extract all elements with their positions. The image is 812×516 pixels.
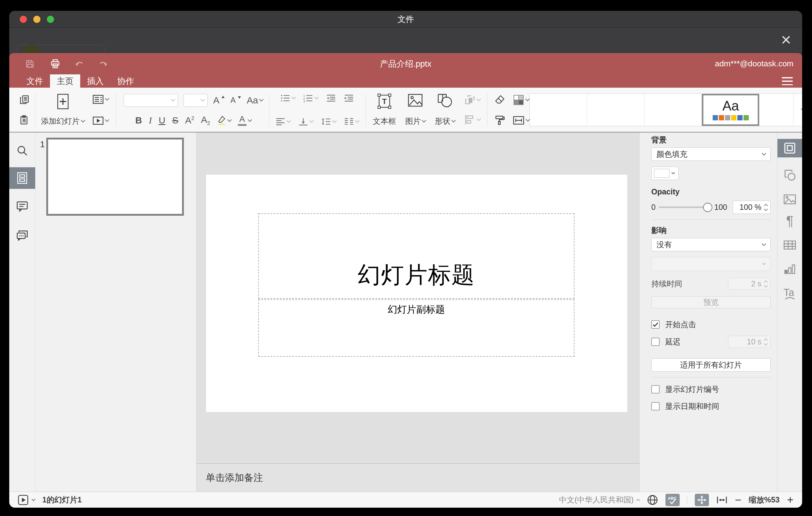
window-title: 文件 [9, 14, 802, 25]
search-icon[interactable] [9, 145, 35, 156]
tab-insert[interactable]: 插入 [80, 75, 111, 88]
slide-size-button[interactable] [513, 115, 529, 125]
background-fill-select[interactable]: 颜色填充 [651, 147, 771, 161]
menu-tab-row: 文件 主页 插入 协作 [9, 75, 802, 88]
decrease-indent-button[interactable] [326, 94, 336, 103]
font-name-select[interactable] [124, 94, 178, 107]
bold-button[interactable]: B [136, 116, 142, 125]
image-button[interactable]: 图片 [405, 116, 426, 126]
columns-button[interactable] [344, 117, 359, 126]
slide-canvas[interactable]: 幻灯片标题 幻灯片副标题 [197, 133, 639, 463]
opacity-spinner[interactable]: 100 % [733, 201, 771, 214]
shape-button[interactable]: 形状 [435, 116, 455, 126]
textbox-button[interactable]: 文本框 [373, 116, 396, 126]
textbox-icon[interactable]: T [377, 93, 392, 109]
delay-checkbox[interactable]: 延迟 [651, 337, 680, 347]
start-slideshow-status-button[interactable] [18, 495, 35, 505]
zoom-in-button[interactable]: + [787, 494, 793, 506]
theme-option-3[interactable] [644, 94, 702, 126]
decrease-font-button[interactable]: A [230, 96, 241, 104]
slide-settings-icon[interactable] [778, 139, 802, 157]
sidebar-item-comments[interactable] [9, 201, 35, 212]
superscript-button[interactable]: A2 [185, 116, 194, 125]
numbering-button[interactable]: 1 2 3 [303, 94, 318, 103]
editing-area: 幻灯片标题 幻灯片副标题 单击添加备注 [197, 133, 639, 492]
notes-area[interactable]: 单击添加备注 [197, 463, 639, 492]
shape-settings-icon[interactable] [778, 169, 802, 181]
slide-layout-button[interactable] [92, 94, 109, 104]
increase-indent-button[interactable] [344, 94, 354, 103]
fit-to-width-icon[interactable] [716, 495, 727, 505]
strikethrough-button[interactable]: S [172, 116, 178, 125]
sidebar-item-chat[interactable] [9, 230, 35, 241]
shape-icon[interactable] [437, 93, 453, 108]
fill-color-picker[interactable] [651, 167, 679, 180]
change-case-button[interactable]: Aa [247, 96, 263, 105]
align-shape-button[interactable] [464, 114, 480, 125]
set-language-icon[interactable] [647, 494, 658, 506]
bullets-button[interactable] [281, 94, 295, 103]
add-slide-button[interactable]: 添加幻灯片 [41, 116, 85, 126]
delay-spinner[interactable]: 10 s [728, 336, 771, 348]
font-color-button[interactable]: A [238, 115, 252, 126]
chart-settings-icon[interactable] [778, 263, 802, 275]
slide-1[interactable]: 幻灯片标题 幻灯片副标题 [206, 175, 627, 412]
increase-font-button[interactable]: A [213, 96, 225, 105]
tab-collaboration[interactable]: 协作 [111, 75, 141, 88]
textbox-group: T 文本框 [373, 93, 396, 126]
highlight-color-button[interactable] [217, 115, 231, 125]
show-date-time-checkbox[interactable]: 显示日期和时间 [651, 401, 771, 411]
copy-button[interactable] [19, 94, 30, 105]
theme-gallery-expand-button[interactable] [793, 94, 802, 126]
image-settings-icon[interactable] [778, 194, 802, 205]
title-placeholder[interactable]: 幻灯片标题 [258, 213, 575, 299]
language-selector[interactable]: 中文(中华人民共和国) [559, 495, 640, 505]
eraser-icon[interactable] [494, 94, 505, 104]
close-icon[interactable] [780, 34, 792, 46]
font-size-select[interactable] [183, 94, 208, 107]
fit-to-slide-icon[interactable] [695, 494, 709, 506]
image-icon[interactable] [408, 93, 423, 107]
effect-type-select[interactable] [651, 257, 771, 271]
spellcheck-icon[interactable]: ABC [665, 494, 680, 506]
svg-text:Ta: Ta [784, 287, 794, 298]
slide-thumbnail-1[interactable] [46, 138, 184, 216]
show-slide-number-checkbox[interactable]: 显示幻灯片编号 [651, 384, 771, 394]
preview-button[interactable]: 预览 [651, 296, 771, 308]
horizontal-align-button[interactable] [276, 117, 290, 126]
theme-option-selected[interactable]: Aa [702, 94, 759, 126]
tab-file[interactable]: 文件 [20, 75, 50, 88]
tab-home[interactable]: 主页 [50, 75, 80, 88]
copy-style-icon[interactable] [495, 115, 505, 125]
duration-spinner[interactable]: 2 s [728, 278, 771, 290]
text-art-settings-icon[interactable]: Ta [778, 287, 802, 301]
menu-icon[interactable] [782, 77, 793, 85]
slide-fill-button[interactable] [513, 94, 529, 106]
subscript-button[interactable]: A2 [201, 115, 210, 126]
start-on-click-checkbox[interactable]: 开始点击 [651, 319, 771, 329]
apply-to-all-slides-button[interactable]: 适用于所有幻灯片 [651, 358, 771, 372]
add-slide-icon[interactable] [57, 93, 69, 110]
theme-option-2[interactable] [587, 94, 644, 126]
slide-thumbnail-number: 1 [40, 140, 45, 149]
opacity-slider-knob[interactable] [703, 203, 712, 212]
theme-option-1[interactable] [530, 94, 587, 126]
vertical-align-button[interactable] [298, 117, 313, 126]
sidebar-item-slides[interactable] [9, 167, 35, 189]
underline-button[interactable]: U [158, 116, 165, 125]
svg-text:T: T [382, 97, 387, 106]
opacity-slider[interactable] [659, 206, 711, 208]
subtitle-placeholder[interactable]: 幻灯片副标题 [258, 299, 575, 357]
table-settings-icon[interactable] [778, 240, 802, 250]
italic-button[interactable]: I [149, 116, 152, 125]
effect-select[interactable]: 没有 [651, 238, 771, 251]
paragraph-settings-icon[interactable]: ¶ [778, 213, 802, 229]
start-slideshow-button[interactable] [92, 116, 109, 125]
arrange-shape-button[interactable] [464, 94, 480, 106]
theme-option-5[interactable] [759, 94, 793, 126]
line-spacing-button[interactable] [321, 117, 336, 126]
opacity-max: 100 [714, 203, 727, 212]
zoom-out-button[interactable]: − [735, 494, 741, 506]
user-email: adm***@dootask.com [715, 59, 793, 68]
paste-button[interactable] [19, 115, 30, 125]
